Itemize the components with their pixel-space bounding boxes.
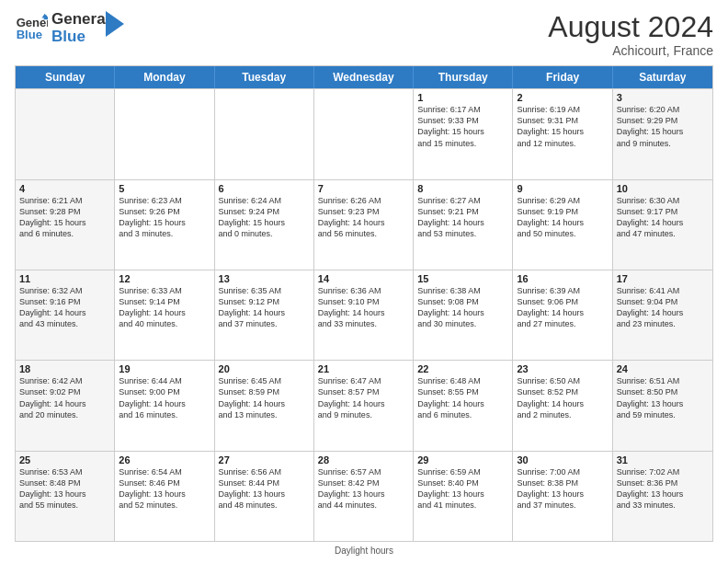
day-info: Sunrise: 6:44 AM Sunset: 9:00 PM Dayligh… [119,375,210,420]
day-14: 14Sunrise: 6:36 AM Sunset: 9:10 PM Dayli… [314,270,414,360]
day-info: Sunrise: 6:26 AM Sunset: 9:23 PM Dayligh… [318,195,409,240]
header-monday: Monday [115,66,214,88]
location: Achicourt, France [548,43,713,58]
day-24: 24Sunrise: 6:51 AM Sunset: 8:50 PM Dayli… [613,361,712,450]
day-number: 20 [219,363,310,374]
calendar-body: 1Sunrise: 6:17 AM Sunset: 9:33 PM Daylig… [16,88,712,541]
svg-text:Blue: Blue [17,28,42,41]
header-tuesday: Tuesday [215,66,314,88]
day-info: Sunrise: 7:02 AM Sunset: 8:36 PM Dayligh… [617,466,709,511]
svg-marker-4 [106,11,124,37]
day-info: Sunrise: 6:48 AM Sunset: 8:55 PM Dayligh… [417,375,508,420]
header-thursday: Thursday [414,66,513,88]
day-info: Sunrise: 6:24 AM Sunset: 9:24 PM Dayligh… [219,195,310,240]
day-number: 9 [517,183,608,194]
day-number: 16 [517,273,608,284]
day-19: 19Sunrise: 6:44 AM Sunset: 9:00 PM Dayli… [115,361,214,450]
day-info: Sunrise: 6:59 AM Sunset: 8:40 PM Dayligh… [417,466,508,511]
day-info: Sunrise: 6:27 AM Sunset: 9:21 PM Dayligh… [417,195,508,240]
day-info: Sunrise: 6:50 AM Sunset: 8:52 PM Dayligh… [517,375,608,420]
day-20: 20Sunrise: 6:45 AM Sunset: 8:59 PM Dayli… [215,361,314,450]
calendar: SundayMondayTuesdayWednesdayThursdayFrid… [15,65,713,542]
day-22: 22Sunrise: 6:48 AM Sunset: 8:55 PM Dayli… [414,361,513,450]
day-10: 10Sunrise: 6:30 AM Sunset: 9:17 PM Dayli… [613,180,712,270]
day-info: Sunrise: 6:32 AM Sunset: 9:16 PM Dayligh… [19,285,110,330]
day-number: 25 [19,454,110,465]
month-title: August 2024 [548,11,713,43]
day-info: Sunrise: 6:21 AM Sunset: 9:28 PM Dayligh… [19,195,110,240]
day-15: 15Sunrise: 6:38 AM Sunset: 9:08 PM Dayli… [414,270,513,360]
day-18: 18Sunrise: 6:42 AM Sunset: 9:02 PM Dayli… [16,361,115,450]
day-info: Sunrise: 6:57 AM Sunset: 8:42 PM Dayligh… [318,466,409,511]
day-9: 9Sunrise: 6:29 AM Sunset: 9:19 PM Daylig… [513,180,612,270]
day-info: Sunrise: 6:53 AM Sunset: 8:48 PM Dayligh… [19,466,110,511]
day-12: 12Sunrise: 6:33 AM Sunset: 9:14 PM Dayli… [115,270,214,360]
day-number: 10 [617,183,709,194]
day-number: 26 [119,454,210,465]
day-info: Sunrise: 6:35 AM Sunset: 9:12 PM Dayligh… [219,285,310,330]
day-info: Sunrise: 6:36 AM Sunset: 9:10 PM Dayligh… [318,285,409,330]
day-info: Sunrise: 6:23 AM Sunset: 9:26 PM Dayligh… [119,195,210,240]
day-info: Sunrise: 6:45 AM Sunset: 8:59 PM Dayligh… [219,375,310,420]
day-17: 17Sunrise: 6:41 AM Sunset: 9:04 PM Dayli… [613,270,712,360]
header-saturday: Saturday [613,66,712,88]
day-number: 4 [19,183,110,194]
day-number: 31 [617,454,709,465]
day-info: Sunrise: 6:33 AM Sunset: 9:14 PM Dayligh… [119,285,210,330]
day-13: 13Sunrise: 6:35 AM Sunset: 9:12 PM Dayli… [215,270,314,360]
day-4: 4Sunrise: 6:21 AM Sunset: 9:28 PM Daylig… [16,180,115,270]
day-number: 14 [318,273,409,284]
header-wednesday: Wednesday [314,66,414,88]
day-7: 7Sunrise: 6:26 AM Sunset: 9:23 PM Daylig… [314,180,414,270]
title-area: August 2024 Achicourt, France [548,11,713,58]
day-info: Sunrise: 6:38 AM Sunset: 9:08 PM Dayligh… [417,285,508,330]
header-friday: Friday [513,66,612,88]
day-number: 24 [617,363,709,374]
day-27: 27Sunrise: 6:56 AM Sunset: 8:44 PM Dayli… [215,452,314,541]
day-number: 3 [617,92,709,103]
logo-blue: Blue [51,29,109,46]
day-number: 19 [119,363,210,374]
week-row-5: 25Sunrise: 6:53 AM Sunset: 8:48 PM Dayli… [16,451,712,541]
day-number: 30 [517,454,608,465]
day-number: 5 [119,183,210,194]
day-number: 6 [219,183,310,194]
logo: General Blue General Blue [15,11,124,45]
day-number: 29 [417,454,508,465]
week-row-2: 4Sunrise: 6:21 AM Sunset: 9:28 PM Daylig… [16,179,712,270]
day-info: Sunrise: 6:41 AM Sunset: 9:04 PM Dayligh… [617,285,709,330]
day-number: 27 [219,454,310,465]
day-30: 30Sunrise: 7:00 AM Sunset: 8:38 PM Dayli… [513,452,612,541]
day-number: 7 [318,183,409,194]
day-number: 13 [219,273,310,284]
day-number: 1 [417,92,508,103]
calendar-header: SundayMondayTuesdayWednesdayThursdayFrid… [16,66,712,88]
day-info: Sunrise: 6:39 AM Sunset: 9:06 PM Dayligh… [517,285,608,330]
day-info: Sunrise: 6:42 AM Sunset: 9:02 PM Dayligh… [19,375,110,420]
day-2: 2Sunrise: 6:19 AM Sunset: 9:31 PM Daylig… [513,89,612,178]
day-31: 31Sunrise: 7:02 AM Sunset: 8:36 PM Dayli… [613,452,712,541]
day-11: 11Sunrise: 6:32 AM Sunset: 9:16 PM Dayli… [16,270,115,360]
day-number: 18 [19,363,110,374]
week-row-3: 11Sunrise: 6:32 AM Sunset: 9:16 PM Dayli… [16,270,712,360]
day-info: Sunrise: 6:30 AM Sunset: 9:17 PM Dayligh… [617,195,709,240]
page-header: General Blue General Blue August 2024 Ac… [15,11,713,58]
day-29: 29Sunrise: 6:59 AM Sunset: 8:40 PM Dayli… [414,452,513,541]
day-info: Sunrise: 6:56 AM Sunset: 8:44 PM Dayligh… [219,466,310,511]
day-8: 8Sunrise: 6:27 AM Sunset: 9:21 PM Daylig… [414,180,513,270]
day-16: 16Sunrise: 6:39 AM Sunset: 9:06 PM Dayli… [513,270,612,360]
day-6: 6Sunrise: 6:24 AM Sunset: 9:24 PM Daylig… [215,180,314,270]
day-25: 25Sunrise: 6:53 AM Sunset: 8:48 PM Dayli… [16,452,115,541]
logo-general: General [51,11,109,29]
day-1: 1Sunrise: 6:17 AM Sunset: 9:33 PM Daylig… [414,89,513,178]
day-5: 5Sunrise: 6:23 AM Sunset: 9:26 PM Daylig… [115,180,214,270]
day-21: 21Sunrise: 6:47 AM Sunset: 8:57 PM Dayli… [314,361,414,450]
empty-cell [314,89,414,178]
day-28: 28Sunrise: 6:57 AM Sunset: 8:42 PM Dayli… [314,452,414,541]
day-number: 11 [19,273,110,284]
day-number: 12 [119,273,210,284]
day-info: Sunrise: 6:19 AM Sunset: 9:31 PM Dayligh… [517,104,608,149]
day-number: 8 [417,183,508,194]
logo-chevron-icon [106,11,124,37]
day-info: Sunrise: 6:17 AM Sunset: 9:33 PM Dayligh… [417,104,508,149]
